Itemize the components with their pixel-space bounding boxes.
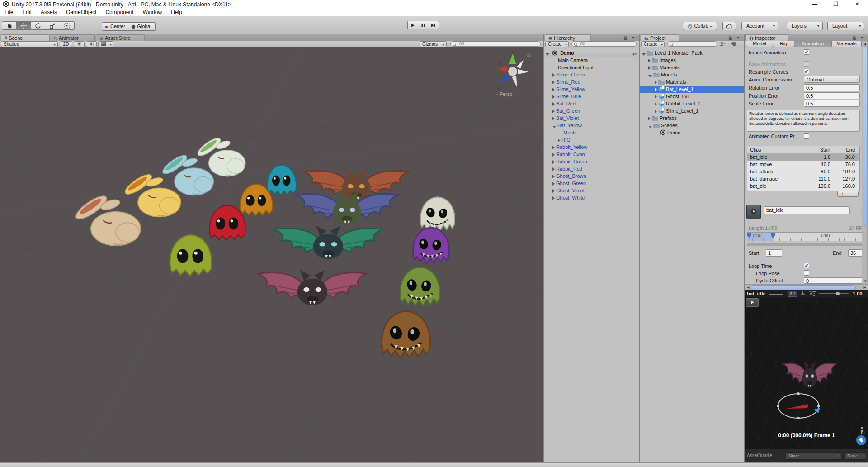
- pause-button[interactable]: [418, 21, 429, 29]
- clip-row-bat_idle[interactable]: bat_idle1.036.0: [747, 153, 859, 161]
- layout-dropdown[interactable]: Layout▾: [827, 22, 864, 30]
- menu-assets[interactable]: Assets: [36, 9, 61, 16]
- shading-mode-dropdown[interactable]: Shaded▾: [1, 41, 58, 47]
- hierarchy-item-directional light[interactable]: Directional Light: [544, 64, 639, 71]
- project-item-images[interactable]: Images: [640, 57, 744, 64]
- hierarchy-item-bat_green[interactable]: Bat_Green: [544, 107, 639, 114]
- layers-dropdown[interactable]: Layers▾: [787, 22, 823, 30]
- monster-ghost-brown[interactable]: [377, 308, 435, 365]
- menu-component[interactable]: Component: [101, 9, 138, 16]
- monster-rabbit-tan[interactable]: [71, 192, 144, 247]
- hierarchy-scene-row[interactable]: Demo ▾≡: [544, 49, 639, 57]
- menu-gameobject[interactable]: GameObject: [61, 9, 101, 16]
- clip-row-bat_move[interactable]: bat_move40.076.0: [747, 161, 859, 168]
- move-tool-button[interactable]: [16, 21, 31, 30]
- project-item-rabbit_level_1[interactable]: Rabbit_Level_1: [640, 100, 744, 107]
- scroll-left-arrow[interactable]: ◄: [746, 286, 750, 290]
- position-error-control[interactable]: 0.5: [804, 92, 860, 99]
- play-button[interactable]: [407, 21, 418, 29]
- preview-drag-handle[interactable]: [769, 293, 783, 293]
- monster-slime-teal[interactable]: [264, 162, 299, 199]
- project-item-models[interactable]: Models: [640, 71, 744, 78]
- resample-curves-control[interactable]: ✔: [804, 69, 809, 74]
- project-menu-icon[interactable]: ▾≡: [737, 35, 741, 40]
- import-animation-control[interactable]: ✔: [804, 49, 809, 55]
- project-item-level-1-monster-pack[interactable]: Level 1 Monster Pack: [640, 49, 744, 57]
- account-dropdown[interactable]: Account▾: [741, 22, 778, 30]
- hierarchy-item-ghost_brown[interactable]: Ghost_Brown: [544, 172, 639, 180]
- hierarchy-item-ghost_green[interactable]: Ghost_Green: [544, 180, 639, 187]
- tab-inspector[interactable]: Inspector: [745, 34, 788, 41]
- timeline-scrollbar[interactable]: [747, 243, 863, 246]
- global-space-button[interactable]: Global: [127, 22, 156, 31]
- preview-viewport[interactable]: 0:00 (000.0%) Frame 1: [745, 297, 868, 449]
- anim-compression-control[interactable]: Optimal↕: [804, 76, 860, 83]
- hierarchy-menu-icon[interactable]: ▾≡: [632, 35, 637, 40]
- rotation-error-control[interactable]: 0.5: [804, 84, 860, 91]
- cloud-services-button[interactable]: [722, 22, 736, 30]
- project-create-button[interactable]: Create▾: [641, 41, 665, 47]
- hierarchy-item-ghost_violet[interactable]: Ghost_Violet: [544, 187, 639, 194]
- clip-name-field[interactable]: bat_idle: [764, 206, 850, 214]
- project-item-slime_level_1[interactable]: Slime_Level_1: [640, 107, 744, 114]
- tab-materials[interactable]: Materials: [831, 41, 862, 47]
- preview-pivot-icon[interactable]: [800, 291, 806, 298]
- tab-scene[interactable]: # Scene: [1, 34, 50, 41]
- end-field[interactable]: 36: [848, 249, 863, 257]
- restore-button[interactable]: ❐: [828, 0, 844, 9]
- scroll-right-arrow[interactable]: ►: [863, 286, 867, 290]
- rotate-tool-button[interactable]: [31, 21, 46, 30]
- assetbundle-dropdown[interactable]: None↕: [786, 452, 842, 460]
- project-item-materials[interactable]: Materials: [640, 64, 744, 71]
- preview-speed-slider[interactable]: [819, 293, 849, 294]
- hierarchy-item-rabbit_green[interactable]: Rabbit_Green: [544, 158, 639, 165]
- rect-tool-button[interactable]: [60, 21, 75, 30]
- inspector-hscroll-thumb[interactable]: [751, 285, 856, 290]
- hierarchy-item-slime_blue[interactable]: Slime_Blue: [544, 93, 639, 100]
- monster-ghost-violet[interactable]: [409, 225, 453, 268]
- tab-animator[interactable]: Animator: [50, 34, 95, 41]
- preview-2d-button[interactable]: 2D: [788, 291, 797, 297]
- minimize-button[interactable]: —: [807, 0, 822, 9]
- 2d-toggle-button[interactable]: 2D: [60, 41, 72, 47]
- scale-tool-button[interactable]: [45, 21, 60, 30]
- scene-search-input[interactable]: All: [450, 41, 541, 47]
- project-item-ghost_lv1[interactable]: Ghost_Lv1: [640, 93, 744, 100]
- gizmos-dropdown[interactable]: Gizmos▾: [420, 41, 447, 47]
- hierarchy-item-bat_violet[interactable]: Bat_Violet: [544, 114, 639, 122]
- hierarchy-item-mesh[interactable]: Mesh: [544, 129, 639, 136]
- monster-preview-bat[interactable]: [781, 352, 838, 397]
- scroll-up-arrow[interactable]: ▲: [863, 42, 867, 46]
- monster-bat-pink-wings[interactable]: [253, 258, 372, 318]
- animated-custom-properties-checkbox[interactable]: ✔: [804, 133, 809, 139]
- hierarchy-item-bat_red[interactable]: Bat_Red: [544, 100, 639, 107]
- avatar-icon[interactable]: [859, 427, 865, 435]
- perspective-label[interactable]: ‹ Persp: [496, 91, 512, 97]
- hierarchy-item-main camera[interactable]: Main Camera: [544, 57, 639, 64]
- remove-clip-button[interactable]: −: [848, 191, 859, 197]
- hierarchy-lock-icon[interactable]: [623, 35, 627, 40]
- tab-model[interactable]: Model: [746, 41, 773, 47]
- inspector-menu-icon[interactable]: ▾≡: [861, 35, 865, 40]
- monster-ghost-green[interactable]: [396, 264, 444, 311]
- tab-animation[interactable]: Animation: [794, 41, 832, 47]
- preview-header[interactable]: bat_idle 2D 1.00: [745, 290, 868, 297]
- hierarchy-item-bat_yellow[interactable]: Bat_Yellow: [544, 122, 639, 129]
- clip-row-bat_die[interactable]: bat_die130.0160.0: [747, 182, 859, 190]
- tab-rig[interactable]: Rig: [773, 41, 794, 47]
- collab-dropdown[interactable]: Collab▾: [683, 22, 717, 30]
- preview-speed-knob[interactable]: [836, 292, 840, 295]
- inspector-lock-icon[interactable]: [852, 35, 856, 40]
- project-item-demo[interactable]: Demo: [640, 129, 744, 136]
- assetbundle-variant-dropdown[interactable]: None↕: [844, 452, 866, 460]
- search-by-type-icon[interactable]: [720, 41, 726, 48]
- hierarchy-item-slime_red[interactable]: Slime_Red: [544, 78, 639, 86]
- search-by-label-icon[interactable]: [731, 41, 736, 48]
- scene-audio-toggle[interactable]: [86, 41, 97, 47]
- close-button[interactable]: ✕: [849, 0, 865, 9]
- scene-viewport[interactable]: y x z ‹ Persp: [0, 47, 543, 462]
- menu-edit[interactable]: Edit: [18, 9, 36, 16]
- clip-row-bat_attack[interactable]: bat_attack80.0104.0: [747, 168, 859, 175]
- loop-time-checkbox[interactable]: ✔: [804, 263, 809, 268]
- project-item-scenes[interactable]: Scenes: [640, 122, 744, 129]
